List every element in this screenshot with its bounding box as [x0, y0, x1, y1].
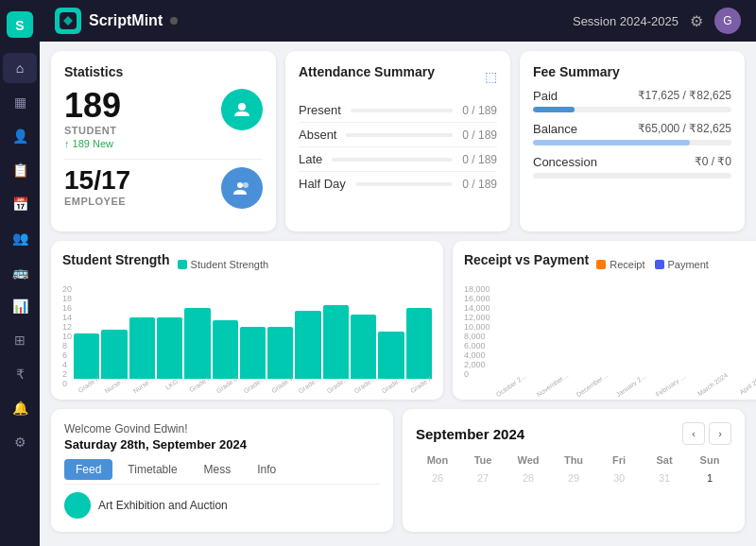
sidebar-item-transport[interactable]: 🚌 [3, 257, 37, 287]
receipt-payment-legends: Receipt Payment [596, 259, 709, 270]
welcome-card: Welcome Govind Edwin! Saturday 28th, Sep… [51, 409, 393, 532]
att-bar [332, 158, 453, 162]
att-val: 0 / 189 [462, 104, 497, 117]
att-val: 0 / 189 [462, 153, 497, 166]
sidebar-item-notifications[interactable]: 🔔 [3, 393, 37, 423]
avatar[interactable]: G [714, 8, 741, 34]
calendar-next-btn[interactable]: › [709, 422, 731, 445]
calendar-month: September 2024 [416, 426, 524, 442]
statistics-title: Statistics [64, 64, 263, 79]
content-area: Statistics 189 STUDENT ↑ 189 New [40, 42, 756, 546]
payment-legend: Payment [655, 259, 709, 270]
student-bars-area: Grade IINursery IINursery KGLKGGrade IGr… [74, 284, 432, 388]
sidebar-item-settings[interactable]: ⚙ [3, 427, 37, 457]
receipt-bars-area: October 2023November 2023December 2023Ja… [491, 284, 756, 388]
cal-day-31prev[interactable]: 31 [643, 469, 686, 486]
student-bars-container [74, 284, 432, 379]
external-link-icon[interactable]: ⬚ [485, 69, 497, 84]
attendance-card: Attendance Summary ⬚ Present 0 / 189 Abs… [285, 51, 510, 231]
att-label: Late [299, 152, 322, 166]
receipt-x-labels: October 2023November 2023December 2023Ja… [491, 382, 756, 388]
student-label: STUDENT [64, 125, 121, 136]
fee-row-header: Balance ₹65,000 / ₹82,625 [533, 122, 731, 136]
svg-point-5 [243, 182, 249, 188]
student-bar [157, 317, 182, 379]
sidebar-item-students[interactable]: 👤 [3, 121, 37, 151]
session-label: Session 2024-2025 [573, 14, 679, 28]
statistics-card: Statistics 189 STUDENT ↑ 189 New [51, 51, 276, 231]
student-bar [406, 308, 432, 379]
tab-mess[interactable]: Mess [193, 459, 243, 480]
receipt-payment-title: Receipt vs Payment [464, 252, 589, 267]
attendance-rows: Present 0 / 189 Absent 0 / 189 Late 0 / … [299, 98, 497, 196]
receipt-legend: Receipt [596, 259, 644, 270]
sidebar-logo: S [3, 8, 37, 42]
student-bar [74, 333, 99, 379]
fee-label: Concession [533, 155, 597, 169]
sidebar-item-reports[interactable]: 📊 [3, 291, 37, 321]
fee-bar-fill [533, 107, 575, 112]
calendar-header: September 2024 ‹ › [416, 422, 731, 445]
att-bar [355, 182, 453, 186]
tab-timetable[interactable]: Timetable [116, 459, 188, 480]
settings-icon[interactable]: ⚙ [690, 12, 703, 30]
cal-day-28prev[interactable]: 28 [507, 469, 550, 486]
welcome-tabs: Feed Timetable Mess Info [64, 459, 380, 485]
fee-bar-track [533, 107, 731, 112]
cal-day-26prev[interactable]: 26 [416, 469, 459, 486]
welcome-greeting: Welcome Govind Edwin! [64, 422, 380, 435]
fee-val: ₹0 / ₹0 [695, 155, 731, 169]
fee-bar-fill [533, 140, 690, 145]
sidebar-item-people[interactable]: 👥 [3, 223, 37, 253]
sidebar-item-fees[interactable]: ₹ [3, 359, 37, 389]
receipt-legend-label: Receipt [610, 259, 644, 270]
tab-info[interactable]: Info [246, 459, 287, 480]
student-bar [240, 327, 266, 379]
svg-text:S: S [15, 18, 24, 33]
brand-icon [55, 8, 81, 34]
cal-day-1[interactable]: 1 [688, 469, 731, 486]
student-bar [184, 308, 210, 379]
student-bar [267, 327, 293, 379]
student-strength-card: Student Strength Student Strength 201816… [51, 241, 443, 400]
cal-header-thu: Thu [552, 452, 595, 468]
payment-legend-dot [655, 260, 664, 269]
sidebar-item-dashboard[interactable]: ▦ [3, 87, 37, 117]
cal-day-27prev[interactable]: 27 [461, 469, 505, 486]
receipt-legend-dot [596, 260, 606, 269]
att-val: 0 / 189 [462, 128, 497, 142]
employee-label: EMPLOYEE [64, 196, 130, 207]
fee-label: Balance [533, 122, 577, 136]
student-x-labels: Grade IINursery IINursery KGLKGGrade IGr… [74, 382, 432, 388]
student-strength-legend-label: Student Strength [191, 259, 269, 270]
student-y-axis: 2018161412 1086420 [62, 284, 74, 379]
student-strength-header: Student Strength Student Strength [62, 252, 432, 277]
student-bar [295, 311, 320, 379]
feed-avatar [64, 492, 91, 519]
cal-day-30prev[interactable]: 30 [597, 469, 641, 486]
student-stat-row: 189 STUDENT ↑ 189 New [64, 89, 263, 149]
teal-legend-dot [178, 260, 187, 269]
bottom-row: Welcome Govind Edwin! Saturday 28th, Sep… [51, 409, 745, 532]
sidebar-item-attendance[interactable]: 📋 [3, 155, 37, 185]
attendance-row: Present 0 / 189 [299, 98, 497, 123]
receipt-y-axis: 18,00016,00014,00012,00010,000 8,0006,00… [464, 284, 492, 379]
calendar-prev-btn[interactable]: ‹ [682, 422, 705, 445]
calendar-grid: Mon Tue Wed Thu Fri Sat Sun 26 27 28 29 … [416, 452, 731, 486]
calendar-nav: ‹ › [682, 422, 731, 445]
sidebar-item-home[interactable]: ⌂ [3, 53, 37, 83]
att-bar [351, 109, 453, 112]
tab-feed[interactable]: Feed [64, 459, 112, 480]
cal-day-29prev[interactable]: 29 [552, 469, 595, 486]
sidebar-item-calendar[interactable]: 📅 [3, 189, 37, 219]
sidebar-item-groups[interactable]: ⊞ [3, 325, 37, 355]
header-logo: ScriptMint [55, 8, 178, 34]
header-dot [170, 17, 178, 25]
attendance-title: Attendance Summary [299, 64, 435, 79]
fee-rows: Paid ₹17,625 / ₹82,625 Balance ₹65,000 /… [533, 89, 731, 179]
fee-summary-card: Fee Summary Paid ₹17,625 / ₹82,625 Balan… [520, 51, 745, 231]
student-bar [378, 332, 404, 379]
divider [64, 159, 263, 160]
fee-val: ₹17,625 / ₹82,625 [638, 89, 731, 103]
student-bar [129, 317, 155, 379]
